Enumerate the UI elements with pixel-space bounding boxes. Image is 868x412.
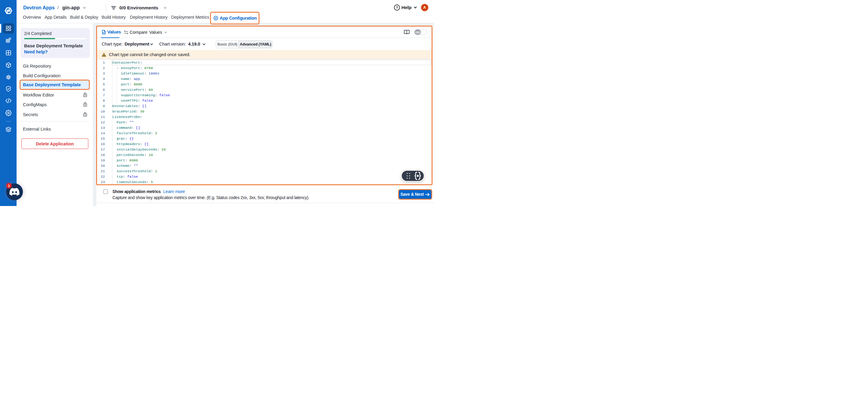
- svg-text:?: ?: [396, 6, 398, 9]
